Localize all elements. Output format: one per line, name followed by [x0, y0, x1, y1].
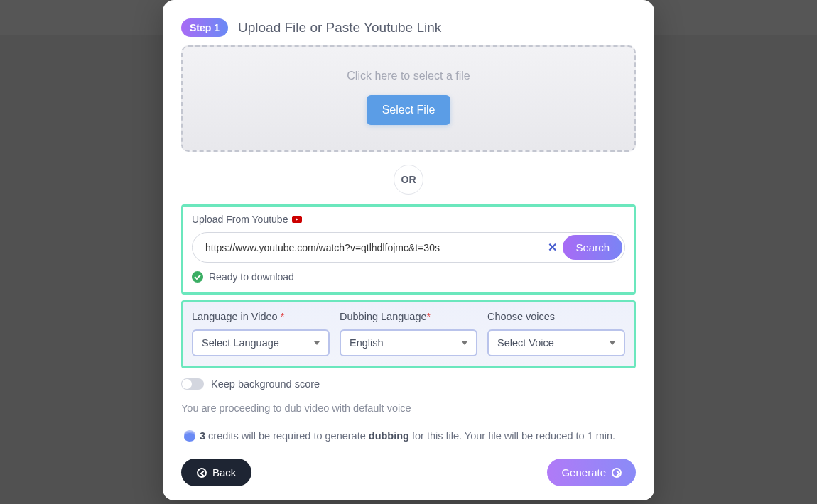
chevron-down-icon — [610, 341, 615, 345]
upload-modal: Step 1 Upload File or Paste Youtube Link… — [163, 0, 654, 500]
youtube-section: Upload From Youtube ✕ Search Ready to do… — [181, 204, 636, 295]
youtube-url-input[interactable] — [202, 236, 542, 259]
background-score-row: Keep background score — [181, 378, 636, 390]
source-language-field: Language in Video * Select Language — [192, 311, 330, 356]
credits-bar: 3 credits will be required to generate d… — [181, 420, 636, 451]
source-language-select[interactable]: Select Language — [192, 329, 330, 356]
dubbing-language-field: Dubbing Language* English — [340, 311, 477, 356]
generate-button[interactable]: Generate — [547, 459, 636, 486]
default-voice-info: You are proceeding to dub video with def… — [181, 402, 636, 414]
voice-field: Choose voices Select Voice — [487, 311, 625, 356]
select-file-button[interactable]: Select File — [367, 95, 451, 125]
back-button[interactable]: Back — [181, 459, 251, 486]
step-title: Upload File or Paste Youtube Link — [238, 20, 441, 35]
arrow-right-icon — [612, 468, 622, 478]
check-icon — [192, 271, 203, 283]
youtube-input-row: ✕ Search — [192, 232, 625, 263]
chevron-down-icon — [462, 341, 467, 345]
ready-status: Ready to download — [192, 271, 625, 283]
step-header: Step 1 Upload File or Paste Youtube Link — [181, 18, 636, 37]
dropzone-hint: Click here to select a file — [197, 70, 620, 82]
step-badge: Step 1 — [181, 18, 228, 37]
arrow-left-icon — [197, 468, 207, 478]
toggle-label: Keep background score — [211, 378, 320, 390]
file-dropzone[interactable]: Click here to select a file Select File — [181, 45, 636, 152]
ready-text: Ready to download — [209, 271, 294, 283]
language-section: Language in Video * Select Language Dubb… — [181, 300, 636, 368]
search-button[interactable]: Search — [563, 235, 622, 260]
youtube-label: Upload From Youtube — [192, 214, 625, 225]
dubbing-language-select[interactable]: English — [340, 329, 477, 356]
or-label: OR — [394, 165, 423, 195]
coins-icon — [184, 433, 195, 442]
clear-url-icon[interactable]: ✕ — [542, 241, 563, 254]
youtube-icon — [292, 216, 302, 223]
or-divider: OR — [181, 165, 636, 195]
chevron-down-icon — [314, 341, 320, 345]
voice-select[interactable]: Select Voice — [487, 329, 625, 356]
modal-footer: Back Generate — [181, 459, 636, 486]
keep-background-toggle[interactable] — [181, 378, 204, 390]
